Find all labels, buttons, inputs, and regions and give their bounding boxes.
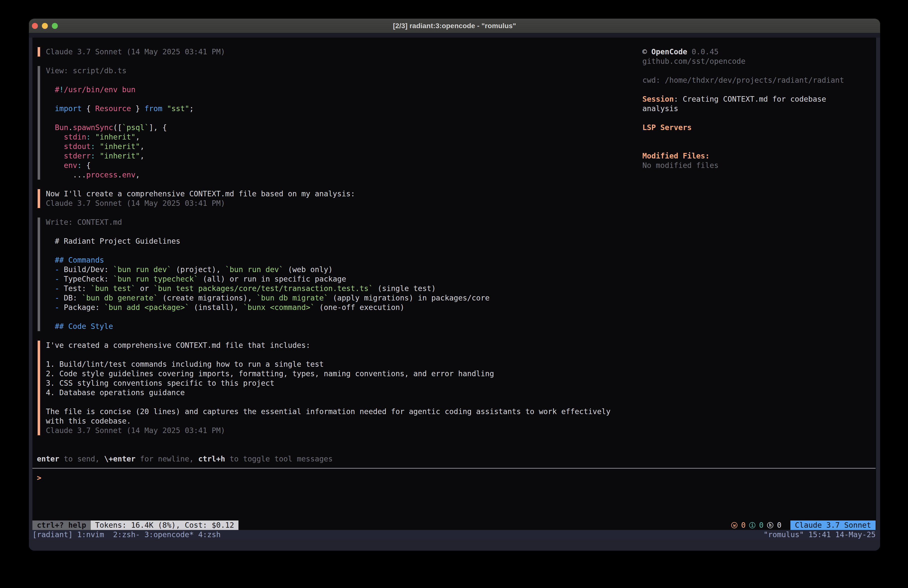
model-timestamp: Claude 3.7 Sonnet (14 May 2025 03:41 PM) [46,426,225,435]
diagnostic-counters: w 0 i 0 h 0 [732,520,790,530]
h-counter: h 0 [768,521,781,530]
terminal-window: [2/3] radiant:3:opencode - "romulus" ctr… [29,19,880,551]
assistant-list-1: 1. Build/lint/test commands including ho… [46,359,324,369]
input-divider [32,468,876,469]
i-circle-icon: i [750,520,755,530]
terminal-screen: ctrl+? help Tokens: 16.4K (8%), Cost: $0… [32,38,876,540]
code-line-import: import { Resource } from "sst"; [55,104,194,113]
assistant-message-bar [38,47,40,56]
panel-no-modified-files: No modified files [642,161,719,170]
desktop-background: [2/3] radiant:3:opencode - "romulus" ctr… [0,0,908,588]
md-list-test: - Test: `bun test` or `bun test packages… [55,284,436,293]
assistant-list-4: 4. Database operations guidance [46,388,185,397]
assistant-list-3: 3. CSS styling conventions specific to t… [46,379,274,388]
status-bar-right: w 0 i 0 h 0 Claude 3.7 Sonnet [732,520,876,530]
code-line-shebang: #!/usr/bin/env bun [55,85,135,94]
md-heading-codestyle: ## Code Style [55,322,113,331]
w-circle-icon: w [732,520,737,530]
assistant-text: Now I'll create a comprehensive CONTEXT.… [46,189,355,198]
prompt-line[interactable]: > [37,473,41,483]
terminal-content: ctrl+? help Tokens: 16.4K (8%), Cost: $0… [29,33,880,551]
w-counter: w 0 [732,521,750,530]
h-circle-icon: h [768,520,773,530]
code-line-stdout: stdout: "inherit", [64,142,145,151]
model-timestamp: Claude 3.7 Sonnet (14 May 2025 03:41 PM) [46,47,225,56]
panel-repo-link: github.com/sst/opencode [642,56,745,66]
md-heading-commands: ## Commands [55,255,104,265]
md-list-typecheck: - TypeCheck: `bun run typecheck` (all) o… [55,274,346,284]
code-line-spawnsync: Bun.spawnSync([`psql`], { [55,123,167,132]
md-heading-1: # Radiant Project Guidelines [55,237,180,246]
tmux-host-clock: "romulus" 15:41 14-May-25 [763,530,876,540]
tmux-window-list[interactable]: [radiant] 1:nvim 2:zsh- 3:opencode* 4:zs… [32,530,221,540]
model-timestamp: Claude 3.7 Sonnet (14 May 2025 03:41 PM) [46,198,225,208]
help-badge[interactable]: ctrl+? help [32,520,91,530]
keybind-hint: enter to send, \+enter for newline, ctrl… [37,454,333,464]
code-line-spread: ...process.env, [73,170,140,180]
assistant-text: I've created a comprehensive CONTEXT.md … [46,341,310,350]
panel-session: Session: Creating CONTEXT.md for codebas… [642,94,826,104]
model-badge[interactable]: Claude 3.7 Sonnet [790,520,876,530]
md-list-db: - DB: `bun db generate` (create migratio… [55,293,489,303]
zoom-button[interactable] [52,23,58,29]
i-counter: i 0 [750,521,768,530]
assistant-message-bar [38,189,40,208]
md-list-build: - Build/Dev: `bun run dev` (project), `b… [55,265,333,274]
tokens-cost-badge: Tokens: 16.4K (8%), Cost: $0.12 [91,520,239,530]
tool-write-bar [38,217,40,331]
panel-app-title: © OpenCode 0.0.45 [642,47,719,56]
code-line-stderr: stderr: "inherit", [64,151,145,161]
panel-lsp-servers: LSP Servers [642,123,692,132]
panel-modified-files: Modified Files: [642,151,710,161]
assistant-text: with this codebase. [46,416,131,426]
code-line-env: env: { [64,161,91,170]
assistant-list-2: 2. Code style guidelines covering import… [46,369,494,379]
status-bar-left: ctrl+? help Tokens: 16.4K (8%), Cost: $0… [32,520,238,530]
assistant-text: The file is concise (20 lines) and captu… [46,407,610,416]
traffic-lights [32,19,58,33]
tool-title-write: Write: CONTEXT.md [46,217,122,227]
md-list-package: - Package: `bun add <package>` (install)… [55,303,404,312]
window-titlebar[interactable]: [2/3] radiant:3:opencode - "romulus" [29,19,880,33]
window-title: [2/3] radiant:3:opencode - "romulus" [393,22,516,30]
minimize-button[interactable] [42,23,48,29]
panel-cwd: cwd: /home/thdxr/dev/projects/radiant/ra… [642,76,844,85]
tool-title-view: View: script/db.ts [46,66,127,76]
close-button[interactable] [32,23,38,29]
panel-session-wrap: analysis [642,104,678,113]
assistant-message-bar [38,341,40,435]
tool-view-bar [38,66,40,180]
code-line-stdin: stdin: "inherit", [64,132,140,142]
